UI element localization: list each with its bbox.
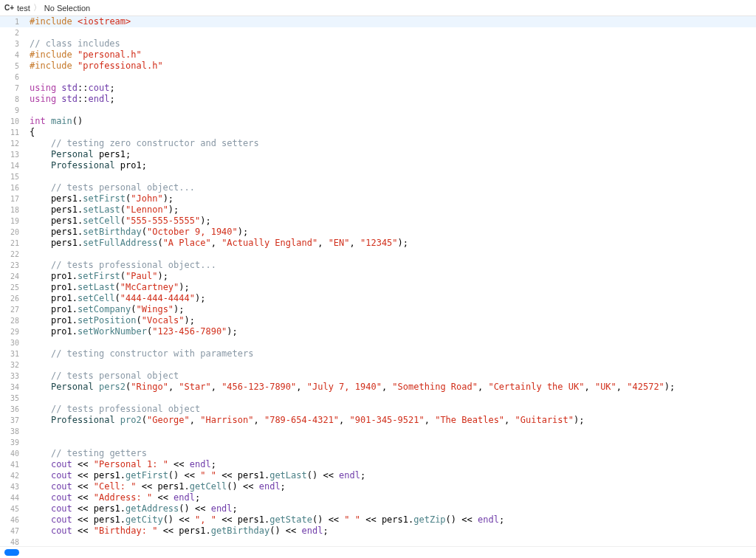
code-content[interactable]: // testing getters [25, 448, 756, 459]
code-content[interactable]: cout << "Cell: " << pers1.getCell() << e… [25, 481, 756, 492]
breadcrumb[interactable]: C+ test 〉 No Selection [0, 0, 756, 16]
code-content[interactable] [25, 72, 756, 83]
code-content[interactable]: pers1.setCell("555-555-5555"); [25, 216, 756, 227]
code-line[interactable]: 47 cout << "Birthday: " << pers1.getBirt… [0, 526, 756, 537]
code-line[interactable]: 18 pers1.setLast("Lennon"); [0, 204, 756, 216]
code-line[interactable]: 13 Personal pers1; [0, 149, 756, 160]
code-line[interactable]: 23 // tests professional object... [0, 260, 756, 271]
code-line[interactable]: 15 [0, 171, 756, 182]
code-content[interactable] [25, 27, 756, 38]
code-line[interactable]: 29 pro1.setWorkNumber("123-456-7890"); [0, 326, 756, 337]
code-content[interactable]: // testing constructor with parameters [25, 348, 756, 359]
code-content[interactable]: // tests personal object [25, 371, 756, 382]
code-content[interactable] [25, 249, 756, 260]
code-editor[interactable]: 1#include <iostream>23// class includes4… [0, 16, 756, 546]
code-content[interactable]: cout << pers1.getAddress() << endl; [25, 503, 756, 514]
code-content[interactable]: int main() [25, 116, 756, 127]
breadcrumb-file[interactable]: test [17, 4, 30, 13]
code-content[interactable]: pro1.setLast("McCartney"); [25, 282, 756, 293]
code-content[interactable]: Personal pers1; [25, 149, 756, 160]
code-line[interactable]: 43 cout << "Cell: " << pers1.getCell() <… [0, 481, 756, 492]
code-line[interactable]: 5#include "professional.h" [0, 61, 756, 72]
code-line[interactable]: 16 // tests personal object... [0, 182, 756, 193]
code-line[interactable]: 46 cout << pers1.getCity() << ", " << pe… [0, 514, 756, 526]
code-content[interactable]: cout << "Birthday: " << pers1.getBirthda… [25, 526, 756, 537]
code-content[interactable] [25, 171, 756, 182]
code-content[interactable] [25, 537, 756, 546]
code-content[interactable]: // tests personal object... [25, 182, 756, 193]
code-line[interactable]: 2 [0, 27, 756, 38]
code-line[interactable]: 22 [0, 249, 756, 260]
code-line[interactable]: 17 pers1.setFirst("John"); [0, 193, 756, 204]
breadcrumb-selection[interactable]: No Selection [44, 4, 90, 13]
code-content[interactable]: pro1.setFirst("Paul"); [25, 271, 756, 282]
code-content[interactable]: using std::cout; [25, 83, 756, 94]
code-content[interactable]: #include "personal.h" [25, 49, 756, 61]
code-line[interactable]: 42 cout << pers1.getFirst() << " " << pe… [0, 470, 756, 481]
code-content[interactable]: #include <iostream> [25, 16, 756, 27]
code-line[interactable]: 3// class includes [0, 38, 756, 49]
code-content[interactable] [25, 105, 756, 116]
code-line[interactable]: 33 // tests personal object [0, 371, 756, 382]
code-content[interactable]: // testing zero constructor and setters [25, 138, 756, 149]
code-line[interactable]: 35 [0, 393, 756, 404]
code-line[interactable]: 10int main() [0, 116, 756, 127]
code-line[interactable]: 21 pers1.setFullAddress("A Place", "Actu… [0, 238, 756, 249]
code-content[interactable]: using std::endl; [25, 94, 756, 105]
code-line[interactable]: 19 pers1.setCell("555-555-5555"); [0, 216, 756, 227]
code-line[interactable]: 4#include "personal.h" [0, 49, 756, 61]
code-line[interactable]: 25 pro1.setLast("McCartney"); [0, 282, 756, 293]
code-content[interactable]: cout << "Personal 1: " << endl; [25, 459, 756, 470]
code-content[interactable]: pers1.setLast("Lennon"); [25, 204, 756, 216]
code-content[interactable]: pro1.setCell("444-444-4444"); [25, 293, 756, 304]
code-line[interactable]: 34 Personal pers2("Ringo", "Star", "456-… [0, 382, 756, 393]
code-line[interactable]: 24 pro1.setFirst("Paul"); [0, 271, 756, 282]
code-line[interactable]: 14 Professional pro1; [0, 160, 756, 171]
code-content[interactable] [25, 393, 756, 404]
code-line[interactable]: 45 cout << pers1.getAddress() << endl; [0, 503, 756, 514]
code-line[interactable]: 40 // testing getters [0, 448, 756, 459]
code-content[interactable]: cout << pers1.getCity() << ", " << pers1… [25, 514, 756, 526]
code-line[interactable]: 31 // testing constructor with parameter… [0, 348, 756, 359]
code-content[interactable]: pro1.setPosition("Vocals"); [25, 315, 756, 326]
code-line[interactable]: 20 pers1.setBirthday("October 9, 1940"); [0, 227, 756, 238]
code-content[interactable]: { [25, 127, 756, 138]
code-content[interactable]: pers1.setFirst("John"); [25, 193, 756, 204]
code-line[interactable]: 41 cout << "Personal 1: " << endl; [0, 459, 756, 470]
code-content[interactable]: Professional pro1; [25, 160, 756, 171]
code-content[interactable]: // tests professional object [25, 404, 756, 415]
code-content[interactable]: cout << "Address: " << endl; [25, 492, 756, 503]
code-line[interactable]: 12 // testing zero constructor and sette… [0, 138, 756, 149]
code-content[interactable] [25, 437, 756, 448]
code-content[interactable]: pro1.setWorkNumber("123-456-7890"); [25, 326, 756, 337]
code-line[interactable]: 9 [0, 105, 756, 116]
code-line[interactable]: 27 pro1.setCompany("Wings"); [0, 304, 756, 315]
code-line[interactable]: 11{ [0, 127, 756, 138]
code-content[interactable]: pers1.setFullAddress("A Place", "Actuall… [25, 238, 756, 249]
code-line[interactable]: 39 [0, 437, 756, 448]
code-line[interactable]: 1#include <iostream> [0, 16, 756, 27]
code-content[interactable]: // class includes [25, 38, 756, 49]
code-line[interactable]: 30 [0, 337, 756, 348]
code-line[interactable]: 28 pro1.setPosition("Vocals"); [0, 315, 756, 326]
code-line[interactable]: 48 [0, 537, 756, 546]
code-line[interactable]: 6 [0, 72, 756, 83]
code-line[interactable]: 32 [0, 359, 756, 371]
code-line[interactable]: 36 // tests professional object [0, 404, 756, 415]
code-content[interactable] [25, 359, 756, 371]
code-content[interactable]: pro1.setCompany("Wings"); [25, 304, 756, 315]
code-content[interactable] [25, 337, 756, 348]
code-line[interactable]: 7using std::cout; [0, 83, 756, 94]
code-content[interactable]: cout << pers1.getFirst() << " " << pers1… [25, 470, 756, 481]
code-content[interactable]: pers1.setBirthday("October 9, 1940"); [25, 227, 756, 238]
code-line[interactable]: 8using std::endl; [0, 94, 756, 105]
code-content[interactable]: #include "professional.h" [25, 61, 756, 72]
code-line[interactable]: 38 [0, 426, 756, 437]
code-line[interactable]: 37 Professional pro2("George", "Harrison… [0, 415, 756, 426]
code-content[interactable] [25, 426, 756, 437]
code-line[interactable]: 26 pro1.setCell("444-444-4444"); [0, 293, 756, 304]
status-indicator-icon[interactable] [4, 549, 19, 556]
code-content[interactable]: Professional pro2("George", "Harrison", … [25, 415, 756, 426]
code-line[interactable]: 44 cout << "Address: " << endl; [0, 492, 756, 503]
code-content[interactable]: Personal pers2("Ringo", "Star", "456-123… [25, 382, 756, 393]
